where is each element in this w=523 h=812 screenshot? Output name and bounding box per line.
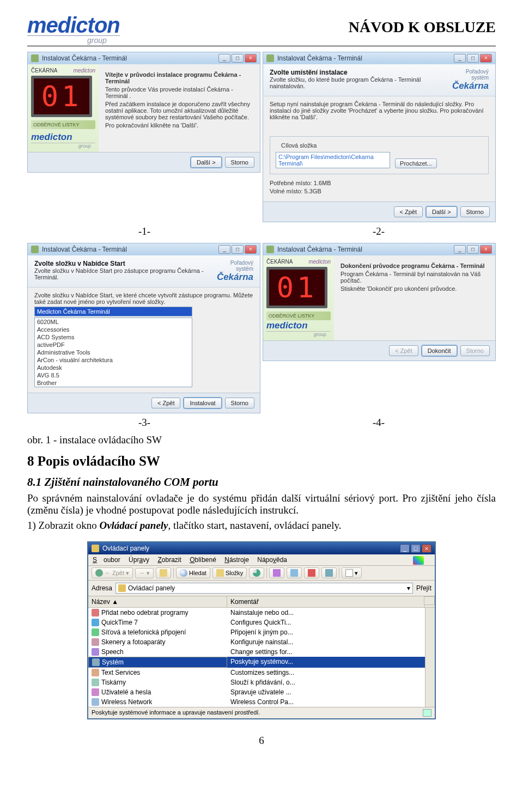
browse-button[interactable]: Procházet... bbox=[395, 158, 437, 168]
dest-folder-group: Cílová složka C:\Program Files\medicton\… bbox=[270, 136, 489, 174]
back-button[interactable]: < Zpět bbox=[151, 398, 181, 408]
list-item[interactable]: Wireless NetworkWireless Control Pa... bbox=[88, 697, 435, 707]
menu-tools[interactable]: Nástroje bbox=[224, 556, 249, 564]
back-button[interactable]: < Zpět bbox=[394, 206, 423, 217]
install-button[interactable]: Instalovat bbox=[184, 398, 221, 408]
back-button: < Zpět bbox=[389, 345, 418, 356]
folders-button[interactable]: Složky bbox=[212, 567, 247, 578]
list-item[interactable]: ArCon - visuální architektura bbox=[35, 356, 192, 364]
address-input[interactable]: Ovládací panely ▾ bbox=[115, 583, 413, 594]
address-value: Ovládací panely bbox=[128, 584, 175, 592]
scrollbar-track[interactable] bbox=[425, 657, 435, 668]
item-comment: Poskytuje systémov... bbox=[227, 657, 425, 668]
menu-view[interactable]: Zobrazit bbox=[157, 556, 181, 564]
close-button[interactable]: × bbox=[480, 54, 492, 63]
menu-file[interactable]: Soubor bbox=[93, 556, 120, 564]
list-item[interactable]: Administrative Tools bbox=[35, 349, 192, 356]
text: , tlačítko start, nastavení, ovládací pa… bbox=[168, 520, 342, 531]
list-item[interactable]: Přidat nebo odebrat programyNainstaluje … bbox=[88, 608, 435, 618]
scrollbar-track[interactable] bbox=[425, 697, 435, 707]
item-comment: Spravuje uživatele ... bbox=[227, 687, 425, 697]
path-input[interactable]: C:\Program Files\medicton\Cekarna Termin… bbox=[276, 152, 390, 168]
window-icon bbox=[92, 545, 99, 552]
maximize-button[interactable]: □ bbox=[232, 54, 244, 63]
minimize-button[interactable]: _ bbox=[400, 544, 410, 553]
list-item[interactable]: TiskárnySlouží k přidávání, o... bbox=[88, 677, 435, 687]
next-button[interactable]: Další > bbox=[426, 206, 457, 217]
views-button[interactable]: ▾ bbox=[342, 567, 362, 578]
minimize-button[interactable]: _ bbox=[218, 54, 230, 63]
list-item[interactable]: Skenery a fotoaparátyKonfiguruje nainsta… bbox=[88, 637, 435, 647]
startmenu-listbox[interactable]: 6020MLAccessoriesACD SystemsactivePDFAdm… bbox=[34, 318, 192, 387]
toolbar: ← Zpět ▾ → ▾ Hledat Složky ▾ bbox=[88, 566, 435, 581]
next-button[interactable]: Další > bbox=[191, 157, 222, 168]
folder-icon bbox=[118, 584, 126, 592]
scrollbar-track[interactable] bbox=[425, 618, 435, 627]
window-controls: _ □ × bbox=[218, 54, 257, 63]
menu-bar[interactable]: Soubor Úpravy Zobrazit Oblíbené Nástroje… bbox=[88, 554, 435, 566]
close-button[interactable]: × bbox=[422, 544, 431, 553]
copy-button[interactable] bbox=[287, 567, 302, 578]
move-button[interactable] bbox=[269, 567, 284, 578]
list-item[interactable]: Síťová a telefonická připojeníPřipojení … bbox=[88, 627, 435, 637]
list-item[interactable]: Uživatelé a heslaSpravuje uživatele ... bbox=[88, 687, 435, 697]
col-name[interactable]: Název ▲ bbox=[88, 596, 227, 607]
scrollbar-track[interactable] bbox=[425, 677, 435, 687]
close-button[interactable]: × bbox=[245, 245, 257, 254]
list-item[interactable]: QuickTime 7Configures QuickTi... bbox=[88, 618, 435, 627]
list-item[interactable]: Accessories bbox=[35, 326, 192, 333]
item-name: Text Services bbox=[101, 669, 140, 676]
list-item[interactable]: BTL-08 Win bbox=[35, 387, 192, 387]
list-header[interactable]: Název ▲ Komentář ▴ bbox=[88, 596, 435, 608]
startmenu-input[interactable]: Medicton Čekárna Terminál bbox=[34, 307, 192, 316]
menu-fav[interactable]: Oblíbené bbox=[190, 556, 216, 564]
maximize-button[interactable]: □ bbox=[467, 54, 479, 63]
scrollbar-track[interactable] bbox=[425, 627, 435, 637]
back-button[interactable]: ← Zpět ▾ bbox=[92, 567, 133, 578]
up-button[interactable] bbox=[156, 567, 171, 578]
search-button[interactable]: Hledat bbox=[176, 567, 210, 578]
minimize-button[interactable]: _ bbox=[454, 245, 466, 254]
maximize-button[interactable]: □ bbox=[411, 544, 421, 553]
scrollbar-track[interactable] bbox=[425, 668, 435, 677]
scrollbar-track[interactable] bbox=[425, 608, 435, 618]
cancel-button[interactable]: Storno bbox=[460, 206, 490, 217]
scroll-up[interactable]: ▴ bbox=[425, 596, 435, 607]
item-comment: Wireless Control Pa... bbox=[227, 697, 425, 707]
list-view: Název ▲ Komentář ▴ Přidat nebo odebrat p… bbox=[88, 596, 435, 707]
close-button[interactable]: × bbox=[480, 245, 492, 254]
scrollbar-track[interactable] bbox=[425, 637, 435, 647]
finish-button[interactable]: Dokončit bbox=[422, 345, 457, 356]
history-button[interactable] bbox=[249, 567, 264, 578]
item-icon bbox=[92, 698, 99, 706]
wizard-body: Zvolte složku v Nabídce Start Zvolte slo… bbox=[28, 255, 260, 393]
list-item[interactable]: activePDF bbox=[35, 341, 192, 349]
list-item[interactable]: Brother bbox=[35, 379, 192, 387]
item-name: Skenery a fotoaparáty bbox=[101, 638, 165, 646]
delete-button[interactable] bbox=[304, 567, 319, 578]
list-item[interactable]: SpeechChange settings for... bbox=[88, 647, 435, 657]
undo-button[interactable] bbox=[321, 567, 337, 578]
maximize-button[interactable]: □ bbox=[232, 245, 244, 254]
minimize-button[interactable]: _ bbox=[218, 245, 230, 254]
cancel-button[interactable]: Storno bbox=[225, 157, 254, 168]
menu-help[interactable]: Nápověda bbox=[257, 556, 287, 564]
cancel-button[interactable]: Storno bbox=[225, 398, 254, 408]
col-comment[interactable]: Komentář bbox=[227, 596, 425, 607]
maximize-button[interactable]: □ bbox=[467, 245, 479, 254]
list-item[interactable]: AVG 8.5 bbox=[35, 371, 192, 379]
close-button[interactable]: × bbox=[245, 54, 257, 63]
window-icon bbox=[31, 54, 39, 62]
minimize-button[interactable]: _ bbox=[454, 54, 466, 63]
list-item[interactable]: ACD Systems bbox=[35, 333, 192, 341]
go-button[interactable]: Přejít bbox=[416, 584, 431, 592]
list-item[interactable]: 6020ML bbox=[35, 318, 192, 326]
item-comment: Nainstaluje nebo od... bbox=[227, 608, 425, 618]
list-item[interactable]: Autodesk bbox=[35, 364, 192, 371]
menu-edit[interactable]: Úpravy bbox=[129, 556, 149, 564]
scrollbar-track[interactable] bbox=[425, 687, 435, 697]
list-item[interactable]: SystémPoskytuje systémov... bbox=[88, 657, 435, 668]
list-item[interactable]: Text ServicesCustomizes settings... bbox=[88, 668, 435, 677]
forward-button[interactable]: → ▾ bbox=[135, 568, 154, 578]
scrollbar-track[interactable] bbox=[425, 647, 435, 657]
